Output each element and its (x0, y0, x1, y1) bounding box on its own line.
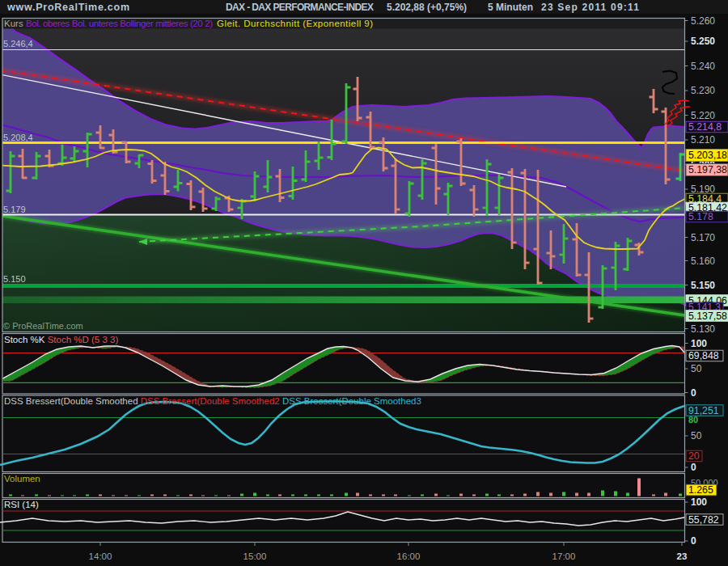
svg-text:5.130: 5.130 (691, 323, 715, 335)
svg-text:20: 20 (688, 450, 700, 462)
svg-text:Bol. oberes Bol. unteres Bolli: Bol. oberes Bol. unteres Bollinger mittl… (26, 19, 213, 28)
svg-text:15:00: 15:00 (243, 551, 267, 561)
svg-text:DSS Bressert(Double Smoothed D: DSS Bressert(Double Smoothed DSS Bresser… (4, 396, 421, 406)
svg-text:5.170: 5.170 (691, 232, 715, 243)
svg-text:Kurs: Kurs (4, 19, 23, 28)
svg-text:www.ProRealTime.com: www.ProRealTime.com (6, 2, 129, 13)
svg-text:RSI (14): RSI (14) (4, 500, 39, 509)
svg-text:5.230: 5.230 (691, 85, 715, 96)
svg-text:5.214,8: 5.214,8 (688, 121, 722, 133)
svg-text:14:00: 14:00 (89, 551, 112, 561)
svg-text:5.179: 5.179 (3, 205, 26, 214)
svg-text:DAX - DAX PERFORMANCE-INDEX: DAX - DAX PERFORMANCE-INDEX (226, 2, 374, 13)
svg-text:5.150: 5.150 (691, 280, 715, 291)
svg-text:Gleit. Durchschnitt (Exponenti: Gleit. Durchschnitt (Exponentiell 9) (217, 19, 373, 28)
svg-text:23: 23 (677, 551, 688, 561)
svg-text:Volumen: Volumen (4, 474, 40, 484)
svg-text:80: 80 (688, 415, 698, 424)
svg-text:5.197,38: 5.197,38 (688, 164, 727, 175)
svg-text:23 Sep 2011 09:11: 23 Sep 2011 09:11 (541, 2, 639, 13)
svg-text:5.202,88 (+0,75%): 5.202,88 (+0,75%) (387, 2, 467, 13)
svg-text:1.265: 1.265 (688, 484, 713, 496)
svg-text:69,848: 69,848 (688, 350, 719, 361)
svg-text:100: 100 (691, 496, 707, 508)
svg-text:16:00: 16:00 (397, 551, 421, 561)
svg-text:5.150: 5.150 (3, 274, 26, 284)
svg-text:0: 0 (691, 387, 696, 399)
svg-text:5.250: 5.250 (691, 36, 715, 47)
svg-text:5.240: 5.240 (691, 61, 715, 72)
svg-text:0: 0 (691, 535, 696, 547)
svg-text:50: 50 (691, 430, 702, 441)
svg-text:55,782: 55,782 (688, 514, 719, 526)
svg-text:5.210: 5.210 (691, 134, 715, 146)
svg-text:Stoch %K Stoch %D (5 3 3): Stoch %K Stoch %D (5 3 3) (4, 335, 118, 344)
svg-text:5.220: 5.220 (691, 110, 715, 121)
svg-text:5.260: 5.260 (691, 15, 715, 27)
svg-text:5 Minuten: 5 Minuten (488, 2, 533, 13)
svg-text:5.246,4: 5.246,4 (3, 39, 33, 49)
svg-text:5.203,18: 5.203,18 (688, 150, 727, 161)
svg-text:5.137,58: 5.137,58 (688, 310, 727, 322)
svg-text:0: 0 (691, 462, 696, 473)
svg-text:5.160: 5.160 (691, 256, 715, 267)
svg-text:50: 50 (691, 363, 702, 374)
svg-text:100: 100 (691, 338, 707, 349)
svg-text:5.208,4: 5.208,4 (3, 133, 33, 142)
svg-text:5.178: 5.178 (688, 211, 713, 222)
svg-text:© ProRealTime.com: © ProRealTime.com (3, 321, 83, 331)
svg-text:17:00: 17:00 (552, 551, 576, 561)
